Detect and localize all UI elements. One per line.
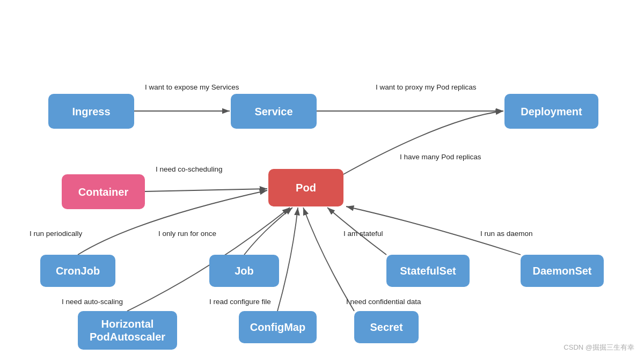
label-1: I want to proxy my Pod replicas <box>376 83 477 91</box>
label-2: I have many Pod replicas <box>400 153 481 161</box>
node-daemonset: DaemonSet <box>521 255 604 287</box>
label-5: I only run for once <box>158 230 216 238</box>
node-deployment: Deployment <box>504 94 598 129</box>
label-0: I want to expose my Services <box>145 83 239 91</box>
node-container: Container <box>62 174 145 209</box>
watermark: CSDN @掘掘三生有幸 <box>564 343 634 352</box>
svg-line-3 <box>145 189 267 191</box>
node-configmap: ConfigMap <box>239 311 317 343</box>
node-service: Service <box>231 94 317 129</box>
node-hpa: Horizontal PodAutoscaler <box>78 311 177 350</box>
label-4: I run periodically <box>30 230 82 238</box>
node-statefulset: StatefulSet <box>386 255 470 287</box>
node-ingress: Ingress <box>48 94 134 129</box>
label-6: I am stateful <box>343 230 383 238</box>
node-pod: Pod <box>268 169 343 206</box>
node-job: Job <box>209 255 279 287</box>
label-9: I read configure file <box>209 298 271 306</box>
label-10: I need confidential data <box>346 298 421 306</box>
label-7: I run as daemon <box>480 230 533 238</box>
label-8: I need auto-scaling <box>62 298 123 306</box>
node-cronjob: CronJob <box>40 255 115 287</box>
node-secret: Secret <box>354 311 419 343</box>
diagram-container: IngressServiceDeploymentContainerPodCron… <box>0 0 644 362</box>
label-3: I need co-scheduling <box>156 165 223 173</box>
